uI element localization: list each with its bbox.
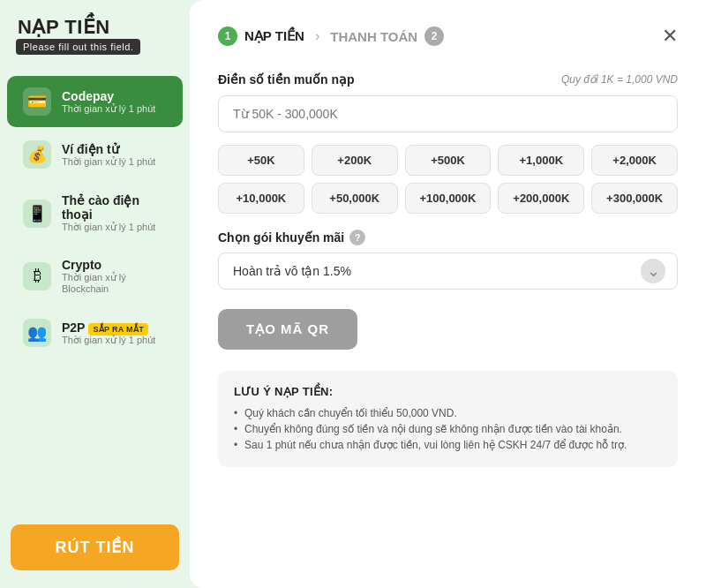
note-box: LƯU Ý NẠP TIỀN: Quý khách cần chuyển tối…: [218, 371, 678, 467]
modal-header: 1 NẠP TIỀN › THANH TOÁN 2 ✕: [218, 25, 678, 48]
amount-btn-1[interactable]: +200K: [312, 145, 398, 176]
sidebar-menu: 💳 Codepay Thời gian xử lý 1 phút 💰 Ví đi…: [0, 74, 190, 507]
promo-select-wrapper: Hoàn trả vô tận 1.5% ⌄: [218, 253, 678, 290]
promo-help-icon[interactable]: ?: [349, 230, 365, 245]
vi-dien-tu-name: Ví điện tử: [62, 142, 155, 156]
codepay-sub: Thời gian xử lý 1 phút: [62, 103, 155, 115]
sidebar-bottom: RÚT TIỀN: [0, 507, 190, 588]
the-cao-name: Thẻ cào điện thoại: [62, 193, 167, 222]
promo-label: Chọn gói khuyến mãi: [218, 230, 344, 245]
amount-btn-3[interactable]: +1,000K: [498, 145, 584, 176]
the-cao-icon: 📱: [23, 200, 51, 228]
amount-btn-6[interactable]: +50,000K: [312, 183, 398, 214]
step1-tab[interactable]: 1 NẠP TIỀN: [218, 26, 304, 46]
amount-btn-5[interactable]: +10,000K: [218, 183, 304, 214]
crypto-icon: ₿: [23, 262, 51, 290]
step2-tab[interactable]: THANH TOÁN 2: [330, 26, 444, 46]
rut-tien-button[interactable]: RÚT TIỀN: [11, 524, 179, 570]
amount-btn-8[interactable]: +200,000K: [498, 183, 584, 214]
the-cao-text: Thẻ cào điện thoại Thời gian xử lý 1 phú…: [62, 193, 167, 233]
promo-select[interactable]: Hoàn trả vô tận 1.5%: [218, 253, 678, 290]
amount-label-row: Điền số tiền muốn nạp Quy đổi 1K = 1,000…: [218, 72, 678, 87]
amount-btn-9[interactable]: +300,000K: [591, 183, 678, 214]
amount-btn-0[interactable]: +50K: [218, 145, 304, 176]
vi-dien-tu-text: Ví điện tử Thời gian xử lý 1 phút: [62, 142, 155, 168]
codepay-name: Codepay: [62, 89, 155, 103]
close-button[interactable]: ✕: [662, 25, 678, 48]
p2p-icon: 👥: [23, 319, 51, 347]
note-list: Quý khách cần chuyển tối thiểu 50,000 VN…: [234, 405, 662, 453]
step2-badge: 2: [424, 26, 444, 46]
crypto-text: Crypto Thời gian xử lý Blockchain: [62, 258, 167, 294]
crypto-sub: Thời gian xử lý Blockchain: [62, 272, 167, 294]
amount-btn-4[interactable]: +2,000K: [591, 145, 678, 176]
promo-label-row: Chọn gói khuyến mãi ?: [218, 230, 678, 245]
sidebar-tooltip: Please fill out this field.: [16, 39, 140, 55]
step1-label: NẠP TIỀN: [244, 28, 304, 44]
p2p-sub: Thời gian xử lý 1 phút: [62, 335, 155, 346]
note-item-0: Quý khách cần chuyển tối thiểu 50,000 VN…: [234, 405, 662, 421]
vi-dien-tu-icon: 💰: [23, 140, 51, 169]
quick-amount-grid: +50K+200K+500K+1,000K+2,000K+10,000K+50,…: [218, 145, 678, 214]
amount-btn-2[interactable]: +500K: [405, 145, 492, 176]
sidebar-item-crypto[interactable]: ₿ Crypto Thời gian xử lý Blockchain: [7, 246, 183, 305]
amount-hint: Quy đổi 1K = 1,000 VND: [561, 73, 678, 86]
vi-dien-tu-sub: Thời gian xử lý 1 phút: [62, 156, 155, 168]
note-item-1: Chuyển không đúng số tiền và nội dung sẽ…: [234, 421, 662, 437]
step2-label: THANH TOÁN: [330, 29, 417, 44]
crypto-name: Crypto: [62, 258, 167, 272]
sidebar-item-codepay[interactable]: 💳 Codepay Thời gian xử lý 1 phút: [7, 76, 183, 127]
note-title: LƯU Ý NẠP TIỀN:: [234, 385, 662, 398]
sidebar-item-p2p[interactable]: 👥 P2PSẮP RA MẮT Thời gian xử lý 1 phút: [7, 307, 183, 358]
sidebar-title-text: NẠP TIỀN: [18, 16, 110, 38]
p2p-text: P2PSẮP RA MẮT Thời gian xử lý 1 phút: [62, 320, 155, 346]
sidebar-item-the-cao[interactable]: 📱 Thẻ cào điện thoại Thời gian xử lý 1 p…: [7, 182, 183, 245]
sidebar: NẠP TIỀN Please fill out this field. 💳 C…: [0, 0, 190, 588]
sidebar-title: NẠP TIỀN Please fill out this field.: [0, 0, 190, 48]
main-content: 1 NẠP TIỀN › THANH TOÁN 2 ✕ Điền số tiền…: [190, 0, 706, 588]
p2p-badge: SẮP RA MẮT: [88, 323, 148, 335]
amount-input[interactable]: [218, 95, 678, 132]
amount-btn-7[interactable]: +100,000K: [405, 183, 492, 214]
step-arrow: ›: [315, 28, 319, 44]
the-cao-sub: Thời gian xử lý 1 phút: [62, 222, 167, 233]
codepay-text: Codepay Thời gian xử lý 1 phút: [62, 89, 155, 115]
p2p-name: P2PSẮP RA MẮT: [62, 320, 155, 335]
amount-label: Điền số tiền muốn nạp: [218, 72, 355, 87]
sidebar-item-vi-dien-tu[interactable]: 💰 Ví điện tử Thời gian xử lý 1 phút: [7, 129, 183, 180]
step1-badge: 1: [218, 26, 237, 46]
promo-section: Chọn gói khuyến mãi ? Hoàn trả vô tận 1.…: [218, 230, 678, 290]
codepay-icon: 💳: [23, 87, 51, 116]
step-tabs: 1 NẠP TIỀN › THANH TOÁN 2: [218, 26, 662, 46]
create-qr-button[interactable]: TẠO MÃ QR: [218, 309, 357, 350]
note-item-2: Sau 1 phút nếu chưa nhận được tiền, vui …: [234, 437, 662, 453]
